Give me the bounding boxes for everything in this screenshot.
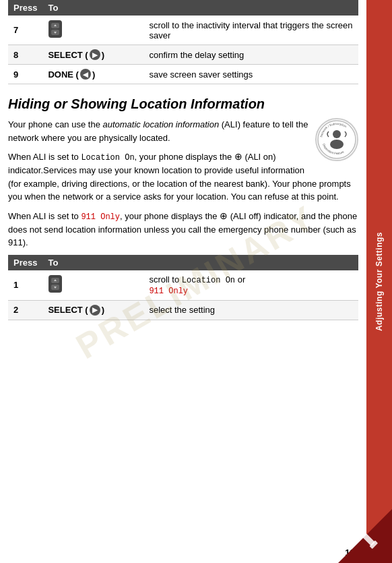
step-number: 8 <box>8 45 42 65</box>
paragraph-2: When ALI is set to Location On, your pho… <box>8 150 358 204</box>
para3-code1: 911 Only <box>81 212 120 222</box>
done-text: DONE ( <box>48 69 79 80</box>
section-heading: Hiding or Showing Location Information <box>8 95 358 113</box>
sidebar: Adjusting Your Settings <box>366 0 392 563</box>
paragraph-3: When ALI is set to 911 Only, your phone … <box>8 209 358 249</box>
para1-text1: Your phone can use the <box>8 119 102 129</box>
bottom-instruction-table: Press To 1 <box>8 255 358 320</box>
press-cell-9: DONE (◀) <box>42 65 143 84</box>
table-row: 7 s <box>8 16 358 45</box>
step-number-b1: 1 <box>8 270 42 301</box>
svg-point-7 <box>330 140 344 149</box>
press-header-b: Press <box>8 255 42 270</box>
para3-prefix: When ALI is set to <box>8 211 81 221</box>
press-cell-8: SELECT (▶) <box>42 45 143 65</box>
network-feature-icon: Network / Subscription Dependent Feature <box>315 118 358 161</box>
step-number: 7 <box>8 16 42 45</box>
wrench-icon <box>338 509 392 563</box>
table-row: 2 SELECT (▶) select the setting <box>8 300 358 320</box>
select-close: ) <box>102 50 104 60</box>
right-arrow-icon: ▶ <box>90 49 100 60</box>
main-content: Press To 7 <box>0 0 366 339</box>
done-close: ) <box>92 69 95 80</box>
select-text: SELECT ( <box>48 50 88 60</box>
nav-rocker-icon-b <box>48 274 63 295</box>
sidebar-label: Adjusting Your Settings <box>374 232 384 331</box>
para3-symbol: ⊕ <box>220 210 228 221</box>
nav-icon-svg-b <box>48 274 63 293</box>
para2-symbol: ⊕ <box>234 151 242 162</box>
para2-suffix: , your phone displays the <box>135 152 234 162</box>
bottom-table-wrap: Press To 1 <box>8 255 358 320</box>
svg-rect-10 <box>48 275 62 293</box>
svg-rect-0 <box>48 20 62 38</box>
page-wrapper: PRELIMINARY Adjusting Your Settings Pres… <box>0 0 392 563</box>
step-number: 9 <box>8 65 42 84</box>
to-b1-prefix: scroll to <box>149 274 181 285</box>
select-button-b-label: SELECT (▶) <box>48 305 104 316</box>
body-content: Network / Subscription Dependent Feature… <box>8 118 358 255</box>
top-instruction-table: Press To 7 <box>8 0 358 84</box>
to-b1-code2: 911 Only <box>149 287 188 296</box>
select-b-text: SELECT ( <box>48 305 88 315</box>
svg-point-6 <box>333 130 341 138</box>
left-arrow-icon: ◀ <box>80 69 91 80</box>
para1-italic: automatic location information <box>102 119 219 129</box>
to-header-b: To <box>42 255 143 270</box>
step-number-b2: 2 <box>8 300 42 320</box>
para2-code1: Location On <box>81 153 134 162</box>
nav-rocker-icon <box>48 20 63 40</box>
to-cell-b1: scroll to Location On or911 Only <box>143 270 358 301</box>
press-cell <box>42 16 143 45</box>
to-header-b2 <box>143 255 358 270</box>
to-cell-9: save screen saver settings <box>143 65 358 84</box>
select-button-label: SELECT (▶) <box>48 49 104 60</box>
select-b-close: ) <box>102 305 104 315</box>
press-cell-b2: SELECT (▶) <box>42 300 143 320</box>
table-row: 1 <box>8 270 358 301</box>
para2-prefix: When ALI is set to <box>8 152 81 162</box>
to-cell-8: confirm the delay setting <box>143 45 358 65</box>
top-table-wrap: Press To 7 <box>8 0 358 84</box>
table-row: 9 DONE (◀) save screen saver settings <box>8 65 358 84</box>
press-header: Press <box>8 0 42 16</box>
to-header-2 <box>143 0 358 16</box>
to-cell-7: scroll to the inactivity interval that t… <box>143 16 358 45</box>
right-arrow-b-icon: ▶ <box>90 305 100 316</box>
press-cell-b1 <box>42 270 143 301</box>
to-cell-b2: select the setting <box>143 300 358 320</box>
para3-suffix: , your phone displays the <box>120 211 220 221</box>
network-subscription-icon: Network / Subscription Dependent Feature <box>317 119 357 160</box>
network-icon-circle: Network / Subscription Dependent Feature <box>315 118 358 161</box>
nav-icon-svg <box>48 20 63 38</box>
paragraph-1: Your phone can use the automatic locatio… <box>8 118 358 144</box>
to-b1-mid: or <box>235 274 245 285</box>
to-header-1: To <box>42 0 143 16</box>
done-button-label: DONE (◀) <box>48 69 95 80</box>
wrench-decoration <box>338 509 392 563</box>
to-b1-code1: Location On <box>182 276 235 285</box>
table-row: 8 SELECT (▶) confirm the delay setting <box>8 45 358 65</box>
